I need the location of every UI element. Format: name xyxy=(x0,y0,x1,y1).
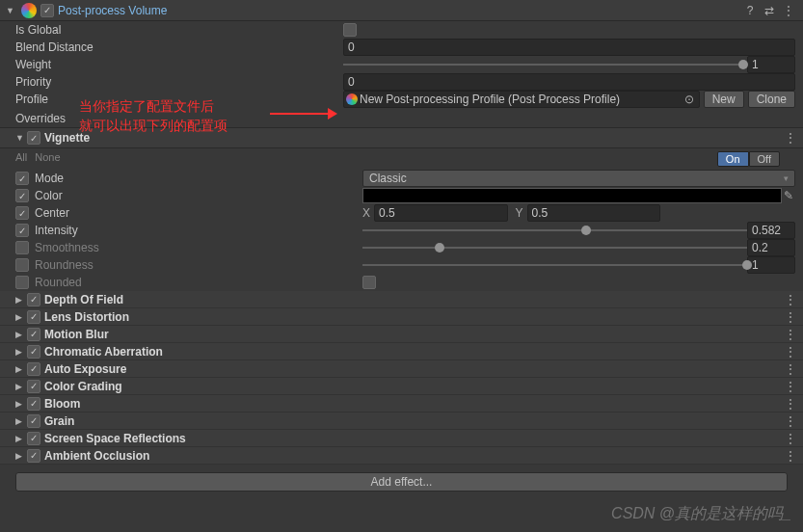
override-rounded[interactable] xyxy=(15,276,29,289)
effect-toggle[interactable] xyxy=(27,397,40,411)
profile-asset-icon xyxy=(346,93,358,105)
effect-menu-icon[interactable]: ⋮ xyxy=(782,447,799,465)
effect-row: ▶Grain⋮ xyxy=(0,412,803,430)
override-intensity[interactable] xyxy=(15,224,29,237)
help-icon[interactable]: ? xyxy=(741,2,759,19)
label-rounded: Rounded xyxy=(35,276,362,289)
checkbox-rounded[interactable] xyxy=(362,276,376,289)
effect-toggle[interactable] xyxy=(27,432,40,445)
label-x: X xyxy=(362,206,370,220)
foldout-icon[interactable]: ▶ xyxy=(15,416,27,426)
effect-menu-icon[interactable]: ⋮ xyxy=(782,326,799,343)
foldout-icon[interactable]: ▶ xyxy=(15,347,27,357)
input-priority[interactable]: 0 xyxy=(343,73,795,91)
effect-toggle[interactable] xyxy=(27,414,40,428)
label-intensity: Intensity xyxy=(35,224,362,237)
override-smoothness[interactable] xyxy=(15,241,29,254)
effect-name: Motion Blur xyxy=(44,328,782,341)
component-header: ▼ Post-process Volume ? ⇄ ⋮ xyxy=(0,0,803,21)
menu-icon[interactable]: ⋮ xyxy=(780,2,797,19)
foldout-icon[interactable]: ▶ xyxy=(15,382,27,391)
effect-name: Color Grading xyxy=(44,380,782,393)
color-field[interactable] xyxy=(362,188,782,203)
effect-menu-icon[interactable]: ⋮ xyxy=(782,412,799,430)
label-mode: Mode xyxy=(35,172,362,185)
input-roundness[interactable]: 1 xyxy=(747,256,795,274)
vignette-title: Vignette xyxy=(44,131,782,145)
input-weight[interactable]: 1 xyxy=(747,56,795,73)
effect-toggle[interactable] xyxy=(27,328,40,341)
effect-menu-icon[interactable]: ⋮ xyxy=(782,395,799,412)
effect-toggle[interactable] xyxy=(27,362,40,376)
add-effect-button[interactable]: Add effect... xyxy=(15,472,788,492)
override-color[interactable] xyxy=(15,189,29,202)
effect-row: ▶Ambient Occlusion⋮ xyxy=(0,447,803,465)
effect-row: ▶Lens Distortion⋮ xyxy=(0,308,803,326)
effect-menu-icon[interactable]: ⋮ xyxy=(782,360,799,378)
effect-name: Grain xyxy=(44,414,782,428)
postprocess-icon xyxy=(21,3,37,18)
override-roundness[interactable] xyxy=(15,258,29,272)
effect-row: ▶Bloom⋮ xyxy=(0,395,803,412)
component-title: Post-process Volume xyxy=(58,4,741,17)
label-overrides: Overrides xyxy=(0,108,803,127)
vignette-foldout-icon[interactable]: ▼ xyxy=(15,133,27,143)
label-y: Y xyxy=(516,206,523,220)
row-is-global: Is Global xyxy=(0,21,803,39)
effect-name: Chromatic Aberration xyxy=(44,345,782,359)
row-priority: Priority 0 xyxy=(0,73,803,91)
effect-menu-icon[interactable]: ⋮ xyxy=(782,378,799,395)
foldout-icon[interactable]: ▶ xyxy=(15,451,27,461)
effect-toggle[interactable] xyxy=(27,345,40,359)
on-button[interactable]: On xyxy=(717,151,749,167)
checkbox-is-global[interactable] xyxy=(343,23,357,37)
effect-menu-icon[interactable]: ⋮ xyxy=(782,291,799,308)
allnone-row: All None On Off xyxy=(0,148,803,170)
input-smoothness[interactable]: 0.2 xyxy=(747,239,795,256)
override-center[interactable] xyxy=(15,206,29,220)
foldout-icon[interactable]: ▶ xyxy=(15,295,27,305)
foldout-icon[interactable]: ▶ xyxy=(15,312,27,322)
effect-name: Lens Distortion xyxy=(44,310,782,324)
all-button[interactable]: All xyxy=(15,151,27,167)
effect-menu-icon[interactable]: ⋮ xyxy=(782,430,799,447)
effect-row: ▶Chromatic Aberration⋮ xyxy=(0,343,803,360)
effect-menu-icon[interactable]: ⋮ xyxy=(782,308,799,326)
effect-toggle[interactable] xyxy=(27,310,40,324)
foldout-icon[interactable]: ▶ xyxy=(15,330,27,339)
slider-smoothness[interactable] xyxy=(362,239,747,256)
effect-toggle[interactable] xyxy=(27,380,40,393)
input-center-x[interactable]: 0.5 xyxy=(374,204,507,222)
clone-profile-button[interactable]: Clone xyxy=(748,91,795,108)
new-profile-button[interactable]: New xyxy=(704,91,744,108)
input-blend-distance[interactable]: 0 xyxy=(343,39,795,56)
foldout-icon[interactable]: ▶ xyxy=(15,434,27,443)
slider-roundness[interactable] xyxy=(362,256,747,274)
vignette-toggle[interactable] xyxy=(27,131,40,145)
input-intensity[interactable]: 0.582 xyxy=(747,222,795,239)
override-mode[interactable] xyxy=(15,172,29,185)
foldout-icon[interactable]: ▶ xyxy=(15,364,27,374)
enable-toggle[interactable] xyxy=(40,4,54,17)
vignette-menu-icon[interactable]: ⋮ xyxy=(782,129,799,146)
object-picker-icon[interactable]: ⊙ xyxy=(682,93,697,106)
dropdown-mode[interactable]: Classic xyxy=(362,170,795,187)
foldout-icon[interactable]: ▶ xyxy=(15,399,27,409)
object-field-profile[interactable]: New Post-processing Profile (Post Proces… xyxy=(343,91,700,108)
slider-weight[interactable] xyxy=(343,56,743,73)
foldout-icon[interactable]: ▼ xyxy=(6,6,17,15)
off-button[interactable]: Off xyxy=(749,151,780,167)
none-button[interactable]: None xyxy=(35,151,60,167)
effect-name: Ambient Occlusion xyxy=(44,449,782,463)
effect-name: Auto Exposure xyxy=(44,362,782,376)
input-center-y[interactable]: 0.5 xyxy=(527,204,660,222)
preset-icon[interactable]: ⇄ xyxy=(761,2,778,19)
slider-intensity[interactable] xyxy=(362,222,747,239)
effect-menu-icon[interactable]: ⋮ xyxy=(782,343,799,360)
row-center: Center X 0.5 Y 0.5 xyxy=(0,204,803,222)
effect-toggle[interactable] xyxy=(27,293,40,306)
effect-toggle[interactable] xyxy=(27,449,40,463)
effect-name: Depth Of Field xyxy=(44,293,782,306)
label-priority: Priority xyxy=(15,75,343,89)
watermark: CSDN @真的是这样的吗_ xyxy=(611,504,791,524)
